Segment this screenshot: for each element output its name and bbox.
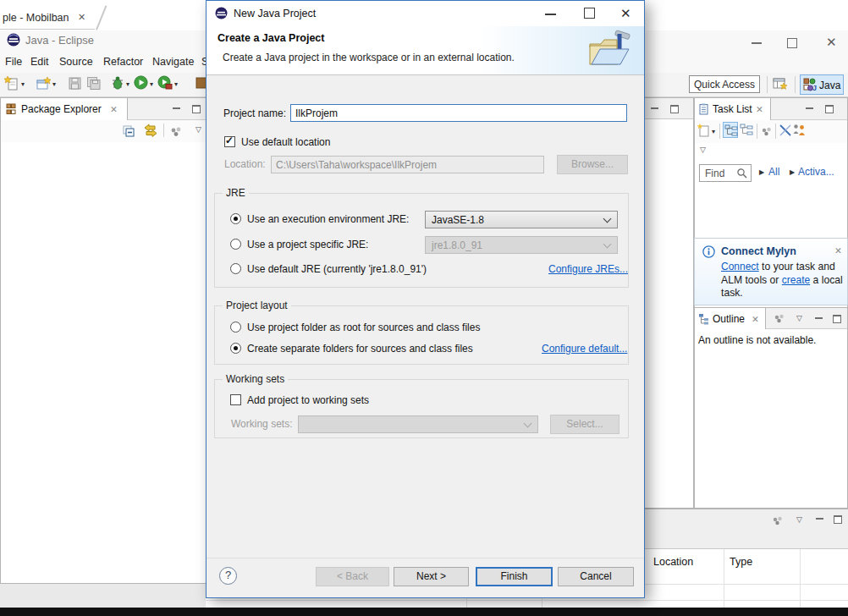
- window-close-button[interactable]: ✕: [826, 35, 837, 50]
- view-menu-icon[interactable]: [773, 313, 786, 325]
- view-menu-icon[interactable]: [771, 515, 785, 527]
- view-dropdown-icon[interactable]: ▽: [796, 515, 802, 524]
- tab-task-list[interactable]: Task List ✕: [695, 98, 771, 120]
- new-wizard-button[interactable]: [4, 76, 19, 91]
- add-to-working-sets-checkbox[interactable]: [230, 394, 241, 405]
- jre-execution-env-radio[interactable]: [230, 213, 241, 224]
- run-dropdown-icon[interactable]: ▾: [150, 80, 153, 88]
- tab-close-icon[interactable]: ✕: [756, 104, 763, 114]
- configure-jres-link[interactable]: Configure JREs...: [548, 263, 628, 275]
- view-dropdown-icon[interactable]: ▽: [195, 125, 201, 134]
- editor-maximize-icon[interactable]: [670, 105, 679, 113]
- browse-button[interactable]: Browse...: [557, 155, 628, 174]
- panel-maximize-icon[interactable]: [833, 315, 841, 323]
- panel-minimize-icon[interactable]: [173, 107, 180, 109]
- quick-access-box[interactable]: Quick Access: [689, 75, 760, 93]
- configure-default-link[interactable]: Configure default...: [542, 343, 627, 355]
- view-menu-icon[interactable]: [169, 126, 184, 138]
- panel-minimize-icon[interactable]: [806, 107, 813, 109]
- hide-completed-icon[interactable]: [779, 124, 792, 137]
- project-specific-combo[interactable]: jre1.8.0_91: [425, 236, 618, 254]
- editor-minimize-icon[interactable]: [651, 107, 658, 109]
- open-perspective-button[interactable]: [773, 77, 788, 91]
- window-minimize-button[interactable]: [752, 42, 762, 44]
- mylyn-create-link[interactable]: create: [782, 274, 810, 286]
- new-task-icon[interactable]: [697, 124, 711, 138]
- run-button[interactable]: [134, 75, 148, 90]
- menu-edit[interactable]: Edit: [30, 56, 49, 68]
- expand-all-icon[interactable]: ▶: [759, 168, 764, 176]
- menu-source[interactable]: Source: [59, 56, 93, 68]
- run-external-tools-button[interactable]: [157, 75, 173, 91]
- package-explorer-tabrow: Package Explorer ✕: [1, 98, 206, 120]
- use-default-location-checkbox[interactable]: ✓: [224, 136, 235, 147]
- java-perspective-button[interactable]: J Java: [800, 74, 844, 95]
- next-button[interactable]: Next >: [394, 567, 469, 586]
- location-input[interactable]: [271, 156, 544, 173]
- cancel-button[interactable]: Cancel: [558, 567, 634, 586]
- jre-project-specific-radio[interactable]: [230, 239, 241, 250]
- jre-execution-env-label: Use an execution environment JRE:: [247, 213, 409, 225]
- task-list-expand-icon[interactable]: ▽: [700, 146, 706, 154]
- debug-button[interactable]: [110, 75, 125, 91]
- column-header-type[interactable]: Type: [730, 556, 752, 568]
- view-dropdown-icon[interactable]: ▽: [796, 314, 802, 322]
- tab-package-explorer[interactable]: Package Explorer ✕: [1, 98, 128, 120]
- save-button[interactable]: [68, 76, 82, 91]
- help-button[interactable]: ?: [219, 567, 237, 585]
- select-button[interactable]: Select...: [550, 415, 619, 434]
- menu-file[interactable]: File: [5, 56, 22, 68]
- dialog-minimize-button[interactable]: [545, 14, 556, 15]
- focus-persons-icon[interactable]: [792, 124, 807, 137]
- find-box[interactable]: Find: [699, 164, 752, 182]
- back-button[interactable]: < Back: [316, 567, 389, 586]
- save-all-button[interactable]: [86, 76, 102, 91]
- view-maximize-icon[interactable]: [834, 515, 842, 524]
- mylyn-connect-link[interactable]: Connect: [721, 261, 759, 272]
- dialog-titlebar: New Java Project ✕: [206, 1, 644, 26]
- execution-env-value: JavaSE-1.8: [432, 214, 484, 226]
- new-java-dropdown-icon[interactable]: ▾: [52, 80, 56, 88]
- layout-separate-folders-radio[interactable]: [230, 343, 241, 354]
- view-menu-icon[interactable]: [760, 126, 774, 138]
- editor-area: [645, 97, 694, 509]
- collapse-all-icon[interactable]: [122, 124, 135, 138]
- tab-close-icon[interactable]: ✕: [110, 104, 118, 114]
- menu-refactor[interactable]: Refactor: [103, 56, 143, 68]
- working-sets-title: Working sets: [223, 373, 288, 385]
- scheduled-view-icon[interactable]: [740, 123, 754, 137]
- external-tools-dropdown-icon[interactable]: ▾: [174, 80, 178, 88]
- column-header-location[interactable]: Location: [653, 556, 693, 568]
- mylyn-close-icon[interactable]: ✕: [834, 245, 842, 256]
- new-task-dropdown-icon[interactable]: ▾: [712, 128, 715, 135]
- new-java-project-button[interactable]: [36, 76, 51, 91]
- package-explorer-toolbar: ▽: [1, 120, 206, 142]
- layout-project-root-radio[interactable]: [230, 322, 241, 333]
- new-wizard-dropdown-icon[interactable]: ▾: [21, 80, 25, 88]
- execution-env-combo[interactable]: JavaSE-1.8: [425, 211, 618, 228]
- browser-tab[interactable]: ple - Mobilban ✕: [0, 3, 107, 30]
- expand-activate-icon[interactable]: ▶: [790, 168, 795, 176]
- filter-all-link[interactable]: All: [768, 166, 779, 178]
- dialog-maximize-button[interactable]: [584, 8, 595, 19]
- working-sets-combo[interactable]: [298, 415, 538, 433]
- filter-activate-link[interactable]: Activa...: [798, 166, 834, 178]
- debug-dropdown-icon[interactable]: ▾: [126, 80, 129, 88]
- panel-maximize-icon[interactable]: [825, 105, 834, 113]
- panel-minimize-icon[interactable]: [815, 317, 823, 319]
- panel-maximize-icon[interactable]: [192, 105, 201, 113]
- browser-tab-close-icon[interactable]: ✕: [78, 12, 85, 23]
- window-maximize-button[interactable]: [787, 38, 797, 48]
- project-name-input[interactable]: [290, 104, 627, 122]
- link-with-editor-icon[interactable]: [142, 124, 157, 138]
- checkmark-icon: ✓: [225, 135, 234, 146]
- finish-button[interactable]: Finish: [476, 567, 553, 586]
- categorized-view-icon[interactable]: [723, 122, 738, 138]
- dialog-close-button[interactable]: ✕: [620, 6, 631, 21]
- menu-navigate[interactable]: Navigate: [152, 56, 194, 68]
- jre-default-radio[interactable]: [230, 263, 241, 274]
- tab-outline[interactable]: Outline ✕: [695, 308, 766, 329]
- tab-close-icon[interactable]: ✕: [752, 314, 759, 324]
- toolbar-separator: [775, 124, 776, 139]
- view-minimize-icon[interactable]: [816, 518, 823, 520]
